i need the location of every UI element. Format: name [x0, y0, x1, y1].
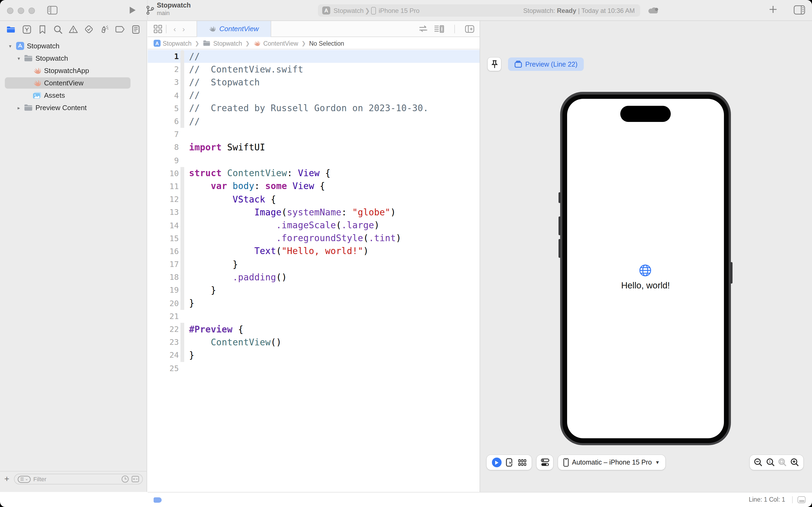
code-line-18[interactable]: 18 .padding() — [148, 271, 479, 284]
fold-ribbon[interactable] — [180, 180, 184, 193]
selectable-mode-button[interactable] — [506, 458, 514, 467]
fold-ribbon[interactable] — [180, 206, 184, 219]
add-item-icon[interactable] — [769, 5, 777, 13]
code-line-15[interactable]: 15 .foregroundStyle(.tint) — [148, 232, 479, 245]
zoom-in-icon[interactable] — [791, 458, 799, 467]
fold-ribbon[interactable] — [180, 323, 184, 336]
code-line-4[interactable]: 4// — [148, 89, 479, 102]
code-line-13[interactable]: 13 Image(systemName: "globe") — [148, 206, 479, 219]
project-navigator-icon[interactable] — [6, 25, 15, 34]
code-line-23[interactable]: 23 ContentView() — [148, 336, 479, 349]
tree-item-stopwatch[interactable]: ▾Stopwatch — [0, 40, 147, 52]
code-line-6[interactable]: 6// — [148, 115, 479, 128]
add-file-button[interactable]: + — [4, 474, 9, 484]
code-line-2[interactable]: 2// ContentView.swift — [148, 63, 479, 76]
jumpbar-item-1[interactable]: Stopwatch — [213, 40, 242, 47]
bookmarks-navigator-icon[interactable] — [38, 25, 47, 34]
filter-field[interactable]: ☰⌄ Filter — [14, 474, 143, 485]
minimap-icon[interactable] — [434, 25, 444, 33]
minimize-window-button[interactable] — [18, 7, 24, 14]
fold-ribbon[interactable] — [180, 50, 184, 63]
jumpbar-item-2[interactable]: ContentView — [263, 40, 298, 47]
live-preview-button[interactable] — [492, 458, 502, 467]
code-line-21[interactable]: 21 — [148, 310, 479, 323]
code-line-16[interactable]: 16 Text("Hello, world!") — [148, 245, 479, 258]
code-line-8[interactable]: 8import SwiftUI — [148, 141, 479, 154]
zoom-100-icon[interactable]: 1 — [766, 458, 775, 467]
code-line-14[interactable]: 14 .imageScale(.large) — [148, 219, 479, 232]
fold-ribbon[interactable] — [180, 336, 184, 349]
jumpbar-item-3[interactable]: No Selection — [309, 40, 344, 47]
code-line-25[interactable]: 25 — [148, 362, 479, 375]
code-line-20[interactable]: 20} — [148, 297, 479, 309]
tests-navigator-icon[interactable] — [84, 25, 94, 34]
code-line-19[interactable]: 19 } — [148, 284, 479, 297]
fold-ribbon[interactable] — [180, 63, 184, 76]
code-line-24[interactable]: 24} — [148, 349, 479, 362]
variants-mode-button[interactable] — [518, 459, 526, 466]
jump-bar[interactable]: AStopwatch❯Stopwatch❯ContentView❯No Sele… — [148, 38, 479, 49]
run-button[interactable] — [129, 6, 136, 14]
tree-item-contentview[interactable]: ContentView — [0, 77, 147, 89]
code-line-10[interactable]: 10struct ContentView: View { — [148, 167, 479, 180]
fold-ribbon[interactable] — [180, 219, 184, 232]
jumpbar-item-0[interactable]: Stopwatch — [163, 40, 191, 47]
filter-options-icon[interactable]: ☰⌄ — [18, 475, 31, 483]
breakpoints-navigator-icon[interactable] — [115, 25, 125, 34]
breakpoint-indicator[interactable] — [154, 497, 162, 503]
code-line-3[interactable]: 3// Stopwatch — [148, 76, 479, 89]
fold-ribbon[interactable] — [180, 245, 184, 258]
toggle-navigator-icon[interactable] — [47, 6, 57, 14]
fold-ribbon[interactable] — [180, 115, 184, 128]
toggle-debug-area-icon[interactable] — [798, 496, 806, 503]
tab-contentview[interactable]: ContentView — [197, 21, 271, 37]
fold-ribbon[interactable] — [180, 167, 184, 180]
code-line-1[interactable]: 1// — [148, 50, 479, 63]
code-line-12[interactable]: 12 VStack { — [148, 193, 479, 206]
code-editor-content[interactable]: 1//2// ContentView.swift3// Stopwatch4//… — [148, 50, 479, 492]
zoom-window-button[interactable] — [28, 7, 35, 14]
iphone-screen[interactable]: Hello, world! — [567, 99, 724, 438]
disclosure-right-icon[interactable]: ▸ — [16, 105, 21, 110]
disclosure-down-icon[interactable]: ▾ — [16, 56, 21, 61]
related-items-icon[interactable] — [154, 24, 162, 33]
fold-ribbon[interactable] — [180, 271, 184, 284]
device-settings-button[interactable] — [536, 455, 553, 470]
code-line-9[interactable]: 9 — [148, 154, 479, 167]
recent-files-icon[interactable] — [121, 475, 129, 483]
fold-ribbon[interactable] — [180, 193, 184, 206]
reports-navigator-icon[interactable] — [131, 25, 140, 34]
code-line-17[interactable]: 17 } — [148, 258, 479, 271]
disclosure-down-icon[interactable]: ▾ — [7, 43, 13, 49]
run-destination[interactable]: iPhone 15 Pro — [379, 7, 419, 14]
code-line-5[interactable]: 5// Created by Russell Gordon on 2023-10… — [148, 102, 479, 115]
go-back-icon[interactable]: ‹ — [170, 24, 179, 33]
tree-item-preview-content[interactable]: ▸Preview Content — [0, 102, 147, 114]
scheme-name[interactable]: Stopwatch — [334, 7, 363, 14]
preview-jump-button[interactable]: Preview (Line 22) — [508, 57, 584, 71]
tree-item-assets[interactable]: Assets — [0, 89, 147, 102]
close-window-button[interactable] — [7, 7, 13, 14]
debug-navigator-icon[interactable] — [100, 25, 109, 34]
zoom-out-icon[interactable] — [754, 458, 763, 467]
code-review-icon[interactable] — [419, 25, 428, 32]
fold-ribbon[interactable] — [180, 258, 184, 271]
pin-preview-button[interactable] — [487, 57, 501, 71]
fold-ribbon[interactable] — [180, 102, 184, 115]
fold-ribbon[interactable] — [180, 232, 184, 245]
zoom-fit-icon[interactable] — [778, 458, 787, 467]
code-line-7[interactable]: 7 — [148, 128, 479, 141]
fold-ribbon[interactable] — [180, 76, 184, 89]
tree-item-stopwatchapp[interactable]: StopwatchApp — [0, 64, 147, 77]
tree-item-stopwatch[interactable]: ▾Stopwatch — [0, 52, 147, 64]
scheme-selector[interactable]: A Stopwatch ❯ iPhone 15 Pro Stopwatch: R… — [318, 4, 640, 17]
go-forward-icon[interactable]: › — [179, 24, 188, 33]
code-line-22[interactable]: 22#Preview { — [148, 323, 479, 336]
source-control-filter-icon[interactable] — [131, 476, 139, 482]
toggle-inspector-icon[interactable] — [794, 5, 805, 14]
fold-ribbon[interactable] — [180, 297, 184, 309]
fold-ribbon[interactable] — [180, 349, 184, 362]
source-control-navigator-icon[interactable] — [22, 25, 31, 34]
preview-device-selector[interactable]: Automatic – iPhone 15 Pro ▼ — [558, 455, 665, 470]
find-navigator-icon[interactable] — [53, 25, 62, 34]
